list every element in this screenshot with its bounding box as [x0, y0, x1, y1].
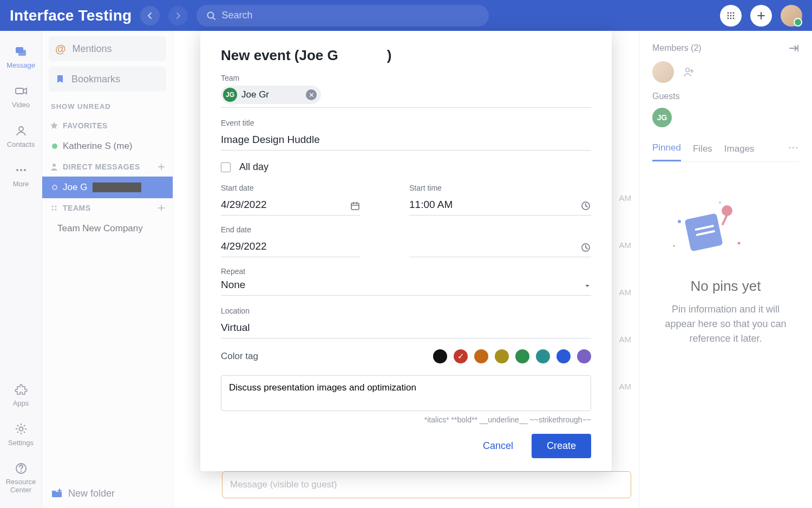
svg-point-5 [730, 15, 732, 16]
color-swatch[interactable] [454, 349, 468, 363]
svg-point-24 [55, 209, 56, 210]
empty-title: No pins yet [658, 278, 794, 295]
video-icon [14, 83, 29, 99]
tabs-more[interactable]: ··· [789, 143, 799, 158]
topbar: Interface Testing [0, 0, 812, 31]
sidebar-section-favorites[interactable]: FAVORITES [42, 116, 173, 135]
members-header: Members (2) [652, 43, 799, 54]
dialpad-icon [726, 11, 736, 21]
team-field[interactable]: JG Joe Gr ✕ [221, 86, 591, 108]
create-button[interactable]: Create [532, 434, 591, 458]
rail-resource-center[interactable]: Resource Center [0, 458, 42, 497]
checkbox-icon [221, 162, 231, 172]
gear-icon [14, 421, 29, 437]
rail-contacts[interactable]: Contacts [0, 120, 42, 152]
svg-point-19 [20, 471, 21, 472]
rail-label: Video [12, 101, 30, 109]
chip-avatar: JG [223, 88, 237, 102]
end-date-input[interactable] [221, 237, 361, 257]
chip-remove-button[interactable]: ✕ [306, 89, 317, 100]
rail-video[interactable]: Video [0, 80, 42, 112]
nav-forward-button[interactable] [168, 6, 188, 25]
event-title-input[interactable] [221, 131, 591, 151]
svg-point-32 [719, 201, 721, 204]
empty-body: Pin information and it will appear here … [658, 302, 794, 346]
modal-title: New event (Joe G) [221, 47, 591, 64]
repeat-select[interactable]: None [221, 279, 591, 296]
profile-avatar[interactable] [781, 5, 802, 27]
brand: Interface Testing [10, 7, 132, 24]
dialpad-button[interactable] [720, 5, 742, 27]
guests-label: Guests [652, 92, 799, 101]
svg-point-15 [20, 169, 22, 171]
description-input[interactable] [221, 375, 591, 411]
sidebar-dm-item[interactable]: Joe G [42, 177, 173, 198]
calendar-icon[interactable] [350, 200, 361, 211]
new-folder-button[interactable]: New folder [51, 487, 115, 499]
plus-icon[interactable] [158, 204, 165, 212]
rail-more[interactable]: More [0, 159, 42, 191]
bookmark-icon [55, 74, 65, 84]
end-time-input[interactable] [409, 237, 591, 257]
sidebar-favorite-item[interactable]: Katherine S (me) [42, 135, 173, 157]
sidebar-mentions[interactable]: @ Mentions [49, 36, 166, 61]
guest-avatar[interactable]: JG [652, 108, 672, 127]
svg-point-9 [733, 17, 735, 19]
color-swatch[interactable] [577, 349, 591, 363]
rail-apps[interactable]: Apps [0, 379, 42, 411]
collapse-icon[interactable] [788, 43, 799, 54]
cancel-button[interactable]: Cancel [480, 435, 516, 457]
message-input[interactable]: Message (visible to guest) [222, 471, 631, 498]
tab-files[interactable]: Files [693, 140, 712, 161]
svg-point-16 [24, 169, 26, 171]
tab-pinned[interactable]: Pinned [652, 139, 681, 161]
svg-point-31 [738, 242, 741, 245]
rail-settings[interactable]: Settings [0, 418, 42, 450]
color-swatch[interactable] [515, 349, 529, 363]
color-swatch[interactable] [536, 349, 550, 363]
sidebar: @ Mentions Bookmarks SHOW UNREAD FAVORIT… [42, 31, 173, 508]
svg-point-3 [733, 12, 735, 14]
search-icon [206, 11, 216, 21]
rail-message[interactable]: Message [0, 41, 42, 73]
add-member-button[interactable] [683, 66, 695, 78]
compose-button[interactable] [750, 5, 772, 27]
label: New folder [68, 488, 115, 499]
caret-down-icon [584, 282, 591, 290]
pin-illustration [658, 194, 794, 265]
start-time-input[interactable] [409, 196, 591, 216]
nav-back-button[interactable] [140, 6, 160, 25]
sidebar-label: Bookmarks [71, 74, 120, 85]
puzzle-icon [14, 382, 29, 397]
plus-icon[interactable] [158, 163, 165, 171]
sidebar-bookmarks[interactable]: Bookmarks [49, 67, 166, 92]
team-label: Team [221, 74, 591, 82]
time-label: AM [619, 193, 632, 203]
svg-point-17 [19, 427, 23, 431]
sidebar-show-unread[interactable]: SHOW UNREAD [42, 95, 173, 116]
clock-icon[interactable] [580, 242, 591, 253]
color-swatch[interactable] [433, 349, 447, 363]
start-date-input[interactable] [221, 196, 361, 216]
clock-icon[interactable] [580, 200, 591, 211]
tab-images[interactable]: Images [724, 140, 755, 161]
svg-point-7 [728, 17, 729, 19]
location-input[interactable] [221, 318, 591, 338]
member-avatar[interactable] [652, 61, 674, 83]
svg-point-1 [728, 12, 729, 14]
rail-label: More [13, 180, 29, 188]
all-day-checkbox[interactable]: All day [221, 161, 591, 173]
rail-label: Resource Center [0, 478, 42, 494]
color-swatch[interactable] [474, 349, 488, 363]
sidebar-team-item[interactable]: Team New Company [42, 218, 173, 239]
left-rail: Message Video Contacts More Apps Setting [0, 31, 42, 508]
search-input[interactable] [221, 10, 479, 21]
color-swatch[interactable] [495, 349, 509, 363]
help-icon [14, 461, 29, 476]
sidebar-section-dm[interactable]: DIRECT MESSAGES [42, 157, 173, 177]
search-field[interactable] [197, 5, 489, 27]
color-swatches [433, 349, 591, 363]
contacts-icon [14, 123, 29, 138]
color-swatch[interactable] [556, 349, 571, 363]
sidebar-section-teams[interactable]: TEAMS [42, 198, 173, 218]
